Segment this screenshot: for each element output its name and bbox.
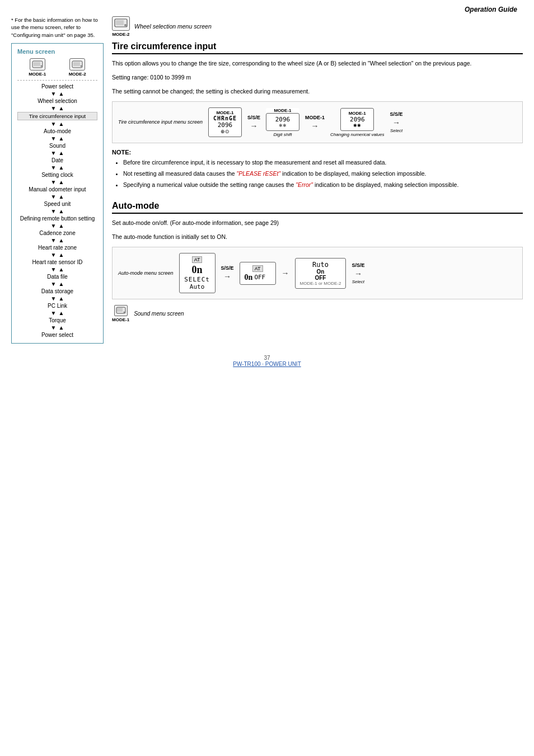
note-bullets: Before tire circumference input, it is n…	[123, 158, 523, 189]
auto-flow-col-2: AT 0n OFF	[240, 262, 276, 285]
tire-val-bottom: 2096	[212, 121, 238, 129]
auto-select-label: Select	[352, 279, 364, 284]
sound-mode-label: MODE-1	[112, 317, 129, 322]
tire-display-2: MODE-1 2096 ✱✱	[266, 108, 299, 131]
mode1-label-d1: MODE-1	[212, 110, 238, 115]
sound-menu-row: MODE-1 Sound menu screen	[112, 305, 523, 322]
mode1-button: MODE-1	[305, 115, 325, 120]
arrow-down: ▼	[51, 150, 57, 156]
arrow-down: ▼	[51, 91, 57, 97]
menu-label-power-select: Power select	[39, 83, 76, 90]
auto-display-1: AT 0n SELECt Auto	[179, 253, 216, 293]
menu-label-date: Date	[17, 157, 97, 164]
auto-big-zero-2: 0n	[245, 273, 253, 282]
tire-val-2: 2096	[270, 116, 296, 123]
menu-label-auto-mode: Auto-mode	[17, 128, 97, 135]
auto-arrow-1: →	[223, 272, 231, 281]
arrow-up: ▲	[59, 91, 64, 97]
tire-para2: The setting cannot be changed; the setti…	[112, 87, 523, 96]
auto-display-2: AT 0n OFF	[240, 262, 276, 285]
arrows-auto: ▼ ▲	[17, 135, 97, 142]
flow-col-5: S/S/E → Select	[390, 111, 403, 133]
mode2-label-header: MODE-2	[112, 32, 129, 37]
arrows-power-select: ▼ ▲	[51, 91, 64, 97]
auto-big-zero-1: 0n	[184, 264, 210, 276]
menu-screen-box: Menu screen MODE-1	[11, 43, 104, 344]
flow-col-1: S/S/E →	[247, 115, 260, 130]
mode2-icon-group: MODE-2	[112, 16, 130, 37]
arrows-date: ▼ ▲	[17, 165, 97, 171]
arrows-speed: ▼ ▲	[17, 208, 97, 214]
product-link[interactable]: PW-TR100 · POWER UNIT	[233, 361, 301, 367]
digit-shift-label: Digit shift	[274, 132, 292, 137]
sidebar: * For the basic information on how to us…	[11, 16, 104, 344]
tire-diagram-label: Tire circumference input menu screen	[118, 119, 203, 126]
auto-sse-button-2: S/S/E	[352, 262, 364, 268]
tire-section: Tire circumference input This option all…	[112, 41, 523, 190]
menu-label-setting-clock: Setting clock	[17, 171, 97, 179]
intro-note: * For the basic information on how to us…	[11, 16, 104, 39]
arrow-up: ▲	[59, 194, 64, 200]
mode2-description: Wheel selection menu screen	[134, 22, 212, 31]
menu-label-hr-sensor: Heart rate sensor ID	[17, 259, 97, 266]
tire-display-3: MODE-1 2096 ✱✱	[340, 108, 374, 131]
changing-label: Changing numerical values	[330, 132, 385, 137]
flow-col-3: MODE-1 →	[305, 115, 325, 130]
arrow-up: ▲	[59, 135, 64, 142]
svg-rect-10	[117, 308, 123, 312]
arrow-up: ▲	[59, 252, 64, 258]
mode2-header: MODE-2 Wheel selection menu screen	[112, 16, 523, 37]
menu-label-speed-unit: Speed unit	[17, 200, 97, 208]
tire-section-heading: Tire circumference input	[112, 41, 523, 54]
arrows-torque: ▼ ▲	[17, 325, 97, 331]
header-title: Operation Guide	[465, 6, 517, 13]
arrows-sound: ▼ ▲	[17, 150, 97, 156]
arrow-down: ▼	[51, 208, 57, 214]
menu-label-torque: Torque	[17, 317, 97, 324]
menu-label-wheel-selection: Wheel selection	[17, 97, 97, 105]
auto-on-label: On	[300, 269, 341, 275]
page-header: Operation Guide	[0, 0, 534, 16]
mode2-label-menu: MODE-2	[69, 72, 86, 77]
menu-screen-title: Menu screen	[17, 48, 97, 55]
svg-rect-1	[34, 62, 40, 66]
tire-display-1: MODE-1 CHRnGE 2096 ⊕⊙	[208, 107, 242, 137]
arrows-data-file: ▼ ▲	[17, 281, 97, 287]
arrow-down: ▼	[51, 179, 57, 185]
arrow-up: ▲	[59, 237, 64, 243]
arrows-data-storage: ▼ ▲	[17, 295, 97, 302]
auto-mode-heading: Auto-mode	[112, 201, 523, 214]
page-number: 37	[264, 355, 270, 361]
auto-flow-col-1: S/S/E →	[221, 265, 234, 281]
auto-sse-button-1: S/S/E	[221, 265, 234, 271]
arrow-up: ▲	[59, 105, 64, 111]
note-bullet-3: Specifying a numerical value outside the…	[123, 180, 523, 190]
svg-point-8	[124, 24, 127, 26]
mode1-group: MODE-1	[29, 58, 46, 77]
separator	[17, 80, 97, 81]
tire-val-top: CHRnGE	[212, 115, 238, 121]
note-section: NOTE: Before tire circumference input, i…	[112, 149, 523, 189]
auto-flow-col-5: S/S/E → Select	[352, 262, 364, 284]
arrow-up: ▲	[59, 325, 64, 331]
auto-sel-text: SELECt	[184, 276, 210, 283]
tire-asterisks: ✱✱	[270, 123, 296, 128]
arrow-down: ▼	[51, 325, 57, 331]
arrow-down: ▼	[51, 252, 57, 258]
arrow-up: ▲	[59, 165, 64, 171]
menu-label-data-storage: Data storage	[17, 288, 97, 295]
select-label: Select	[390, 128, 402, 133]
arrows-remote: ▼ ▲	[17, 223, 97, 229]
auto-diagram-label: Auto-mode menu screen	[118, 270, 174, 277]
mode2-device-icon	[69, 58, 85, 71]
arrow-up: ▲	[59, 281, 64, 287]
arrows-clock: ▼ ▲	[17, 179, 97, 185]
arrow-up: ▲	[59, 179, 64, 185]
auto-diagram: Auto-mode menu screen AT 0n SELECt Auto …	[112, 247, 523, 299]
mode1-device-icon	[30, 58, 45, 71]
flow-arrow-3: →	[392, 118, 400, 127]
content-area: MODE-2 Wheel selection menu screen Tire …	[112, 16, 523, 344]
mode1-label: MODE-1	[29, 72, 46, 77]
svg-point-5	[81, 65, 82, 67]
highlight-please-reset: "PLEASE rESEt"	[237, 170, 281, 177]
